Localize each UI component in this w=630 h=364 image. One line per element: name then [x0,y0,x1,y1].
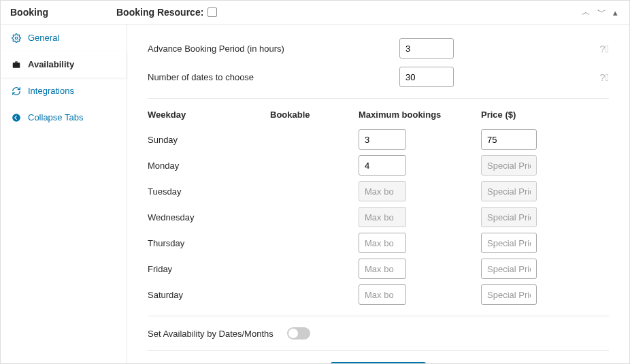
sidebar-item-general[interactable]: General [1,24,127,51]
col-header-weekday: Weekday [148,110,270,120]
briefcase-icon [12,60,21,69]
price-input[interactable] [481,284,537,305]
divider [148,350,609,351]
sidebar: General Availability Integrations Collap… [1,24,127,363]
col-header-max: Maximum bookings [359,110,481,120]
save-row: Save Changes [148,362,609,363]
num-dates-row: Number of dates to choose ?⃝ [148,67,609,87]
num-dates-input[interactable] [399,67,454,87]
panel-header: Booking Booking Resource: ︿ ﹀ ▴ [1,1,629,24]
svg-point-1 [12,114,20,122]
booking-panel: Booking Booking Resource: ︿ ﹀ ▴ General [0,0,630,364]
divider [148,316,609,316]
price-input[interactable] [481,207,537,227]
sidebar-item-collapse-tabs[interactable]: Collapse Tabs [1,104,127,131]
set-availability-label: Set Availability by Dates/Months [148,329,273,339]
panel-header-controls: ︿ ﹀ ▴ [580,6,620,18]
max-bookings-input[interactable] [359,259,406,279]
help-icon[interactable]: ?⃝ [599,43,609,54]
weekday-name: Sunday [148,135,270,145]
price-input[interactable] [481,259,537,279]
advance-period-input[interactable] [399,38,454,59]
price-input[interactable] [481,233,537,253]
divider [148,98,609,99]
max-bookings-input[interactable] [359,181,406,201]
price-input[interactable] [481,181,537,201]
price-input[interactable] [481,155,537,176]
weekday-name: Monday [148,161,270,171]
sidebar-item-label: Availability [28,59,74,69]
price-input[interactable] [481,129,537,150]
max-bookings-input[interactable] [359,233,406,253]
panel-move-down[interactable]: ﹀ [595,6,608,18]
svg-point-0 [15,37,18,39]
save-button[interactable]: Save Changes [331,362,425,363]
weekday-name: Saturday [148,290,270,300]
booking-resource-label: Booking Resource: [116,7,217,18]
panel-collapse[interactable]: ▴ [611,7,620,18]
set-availability-row: Set Availability by Dates/Months [148,327,609,340]
help-icon[interactable]: ?⃝ [599,71,609,83]
col-header-bookable: Bookable [270,110,359,120]
gear-icon [12,33,21,43]
booking-resource-checkbox[interactable] [208,7,217,17]
sidebar-item-integrations[interactable]: Integrations [1,78,127,104]
advance-period-label: Advance Booking Period (in hours) [148,44,399,54]
panel-body: General Availability Integrations Collap… [1,24,629,363]
sidebar-item-availability[interactable]: Availability [1,51,127,78]
weekday-name: Friday [148,264,270,274]
panel-title: Booking [10,7,48,18]
panel-header-left: Booking Booking Resource: [10,7,217,18]
max-bookings-input[interactable] [359,284,406,305]
max-bookings-input[interactable] [359,207,406,227]
booking-resource-text: Booking Resource: [116,7,203,18]
max-bookings-input[interactable] [359,155,406,176]
sidebar-item-label: Integrations [28,86,74,96]
set-availability-toggle[interactable] [287,327,310,340]
sidebar-item-label: General [28,33,59,43]
weekday-name: Wednesday [148,212,270,222]
arrow-left-circle-icon [12,113,21,122]
refresh-icon [12,86,21,96]
max-bookings-input[interactable] [359,129,406,150]
panel-move-up[interactable]: ︿ [580,6,593,18]
main-content: Advance Booking Period (in hours) ?⃝ Num… [127,24,629,363]
weekday-name: Tuesday [148,186,270,197]
sidebar-item-label: Collapse Tabs [28,112,83,122]
col-header-price: Price ($) [481,110,609,120]
weekday-grid: Weekday Bookable Maximum bookings Price … [148,110,609,305]
weekday-name: Thursday [148,238,270,248]
advance-period-row: Advance Booking Period (in hours) ?⃝ [148,38,609,59]
num-dates-label: Number of dates to choose [148,72,399,82]
